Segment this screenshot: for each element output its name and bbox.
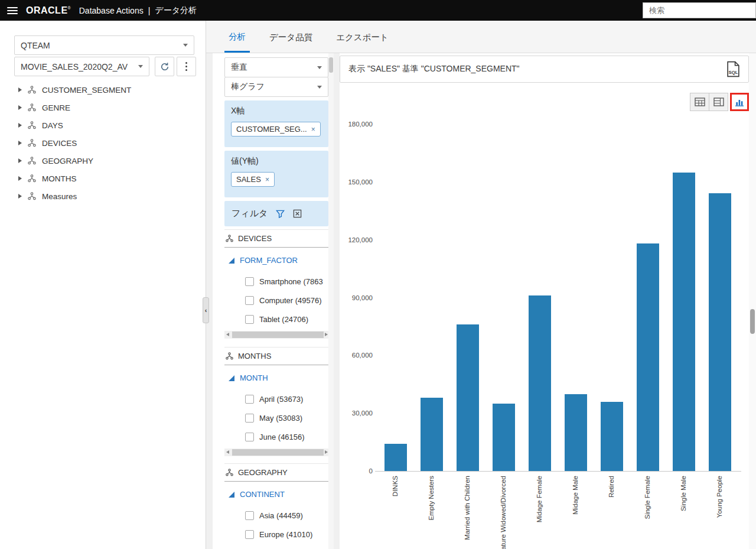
hierarchy-continent[interactable]: CONTINENT: [229, 490, 328, 499]
checkbox[interactable]: [245, 315, 254, 324]
expand-arrow-icon[interactable]: [18, 87, 22, 92]
facet-option: Europe (41010): [224, 525, 328, 544]
facet-option: Tablet (24706): [224, 310, 328, 329]
refresh-button[interactable]: [155, 57, 174, 76]
hierarchy-month[interactable]: MONTH: [229, 373, 328, 382]
config-panel-scrollbar[interactable]: [328, 53, 334, 549]
chart-view-button[interactable]: [730, 93, 749, 111]
analytic-view-select[interactable]: MOVIE_SALES_2020Q2_AV: [14, 57, 149, 76]
scroll-left-icon[interactable]: [226, 450, 229, 454]
chart-bar[interactable]: [565, 394, 587, 471]
tree-item-label: DAYS: [42, 121, 63, 130]
more-actions-button[interactable]: [177, 57, 196, 76]
chart-bar[interactable]: [421, 398, 443, 471]
y-axis-chip[interactable]: SALES ×: [231, 172, 275, 187]
hierarchy-icon: [28, 86, 36, 94]
checkbox[interactable]: [245, 530, 254, 539]
app-name: Database Actions: [79, 6, 144, 15]
show-sql-button[interactable]: SQL: [726, 61, 740, 77]
tree-item-measures[interactable]: Measures: [0, 187, 206, 205]
horizontal-scrollbar[interactable]: [224, 449, 328, 456]
brand-text: ORACLE: [26, 5, 68, 16]
expand-arrow-icon[interactable]: [18, 194, 22, 199]
expand-arrow-icon[interactable]: [18, 105, 22, 110]
y-axis-dropzone[interactable]: 値(Y軸) SALES ×: [224, 151, 328, 197]
chart-bar[interactable]: [709, 193, 731, 471]
chart-bar[interactable]: [384, 444, 407, 471]
facet-option-label: April (53673): [259, 395, 303, 404]
tab-analysis[interactable]: 分析: [224, 21, 250, 53]
orientation-select[interactable]: 垂直: [224, 57, 328, 77]
scroll-right-icon[interactable]: [325, 450, 328, 454]
expand-arrow-icon[interactable]: [18, 141, 22, 145]
scrollbar-thumb[interactable]: [232, 449, 324, 456]
schema-select[interactable]: QTEAM: [14, 35, 194, 55]
collapse-triangle-icon[interactable]: [229, 492, 234, 498]
tab-data-quality[interactable]: データ品質: [265, 21, 317, 53]
x-axis-chip-label: CUSTOMER_SEG...: [236, 125, 307, 134]
chart-type-select[interactable]: 棒グラフ: [224, 77, 328, 97]
chart-title-bar: 表示 "SALES" 基準 "CUSTOMER_SEGMENT" SQL: [340, 56, 749, 83]
registered-mark: ®: [68, 6, 71, 10]
tree-item-geography[interactable]: GEOGRAPHY: [0, 152, 206, 170]
clear-filter-icon[interactable]: [293, 209, 302, 218]
table-view-button[interactable]: [690, 93, 709, 111]
app-header: ORACLE ® Database Actions | データ分析: [0, 0, 756, 21]
expand-arrow-icon[interactable]: [18, 158, 22, 163]
collapse-triangle-icon[interactable]: [229, 258, 234, 264]
tree-item-customer-segment[interactable]: CUSTOMER_SEGMENT: [0, 81, 206, 99]
hamburger-menu-icon[interactable]: [7, 7, 18, 14]
tree-item-months[interactable]: MONTHS: [0, 170, 206, 187]
checkbox[interactable]: [245, 296, 254, 305]
scrollbar-thumb[interactable]: [329, 57, 333, 73]
refresh-icon: [160, 62, 170, 72]
facet-option-label: Asia (44459): [259, 511, 303, 520]
x-axis-chip[interactable]: CUSTOMER_SEG... ×: [231, 122, 321, 137]
chart-bar[interactable]: [601, 402, 623, 471]
split-view-icon: [713, 98, 724, 106]
hierarchy-form-factor[interactable]: FORM_FACTOR: [229, 256, 328, 265]
x-category-label: Single Female: [644, 476, 651, 519]
remove-chip-icon[interactable]: ×: [265, 176, 269, 183]
x-axis-line: [375, 471, 741, 472]
chart-bar[interactable]: [493, 404, 515, 471]
expand-arrow-icon[interactable]: [18, 123, 22, 128]
x-axis-dropzone[interactable]: X軸 CUSTOMER_SEG... ×: [224, 100, 328, 147]
search-input[interactable]: [643, 2, 756, 18]
hierarchy-icon: [226, 235, 233, 242]
filter-label: フィルタ: [232, 208, 268, 219]
split-view-button[interactable]: [709, 93, 728, 111]
chart-bar[interactable]: [457, 324, 479, 471]
tab-export[interactable]: エクスポート: [332, 21, 393, 53]
horizontal-scrollbar[interactable]: [224, 331, 328, 339]
scroll-right-icon[interactable]: [325, 333, 328, 336]
checkbox[interactable]: [245, 395, 254, 404]
scrollbar-thumb[interactable]: [232, 332, 324, 338]
remove-chip-icon[interactable]: ×: [311, 126, 315, 133]
collapse-sidebar-handle[interactable]: ‹: [203, 297, 209, 323]
collapse-triangle-icon[interactable]: [229, 375, 234, 381]
y-axis-tick-label: 150,000: [340, 178, 373, 186]
chart-bar[interactable]: [529, 295, 551, 471]
facet-option: June (46156): [224, 427, 328, 446]
hierarchy-icon: [28, 192, 36, 200]
checkbox[interactable]: [245, 433, 254, 441]
facet-devices: DEVICES FORM_FACTOR Smartphone (7863 Com…: [224, 229, 328, 339]
checkbox[interactable]: [245, 277, 254, 286]
facet-option: Smartphone (7863: [224, 272, 328, 291]
tree-item-genre[interactable]: GENRE: [0, 99, 206, 116]
scrollbar-thumb[interactable]: [750, 309, 755, 334]
facet-option: April (53673): [224, 389, 328, 408]
chart-bar[interactable]: [673, 173, 695, 471]
checkbox[interactable]: [245, 414, 254, 423]
tree-item-devices[interactable]: DEVICES: [0, 134, 206, 152]
funnel-icon[interactable]: [276, 210, 285, 218]
tree-item-days[interactable]: DAYS: [0, 116, 206, 134]
checkbox[interactable]: [245, 511, 254, 520]
scroll-left-icon[interactable]: [226, 333, 229, 336]
chart-bar[interactable]: [637, 243, 659, 471]
expand-arrow-icon[interactable]: [18, 176, 22, 181]
filter-dropzone[interactable]: フィルタ: [224, 201, 328, 226]
title-separator: |: [148, 6, 151, 15]
page-scrollbar[interactable]: [749, 53, 756, 549]
